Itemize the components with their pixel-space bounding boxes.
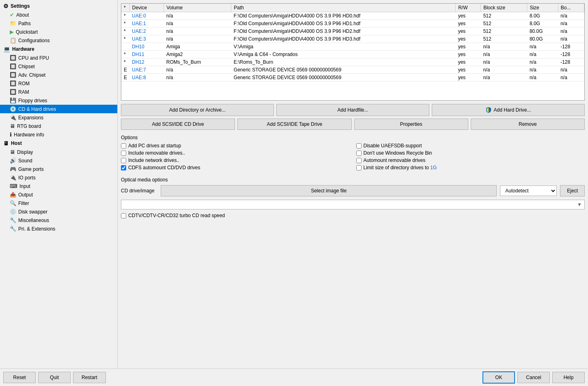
table-row[interactable]: DH10 Amiga V:\Amiga yes n/a n/a -128 (121, 43, 584, 51)
disable-uaefsdb-label[interactable]: Disable UAEFSDB-support (364, 143, 422, 149)
cd-drive-row: CD drive/image Select image file Autodet… (121, 185, 585, 196)
cell-block: 512 (481, 12, 527, 20)
remove-button[interactable]: Remove (471, 119, 585, 130)
cell-device: UAE:2 (129, 28, 164, 35)
sidebar-item-label: ROM (18, 81, 30, 86)
checkbox-item: Don't use Windows Recycle Bin (356, 150, 585, 156)
sidebar-item-rom[interactable]: 🔲 ROM (0, 79, 117, 88)
sidebar-item-game-ports[interactable]: 🎮 Game ports (0, 165, 117, 173)
quit-button[interactable]: Quit (38, 372, 71, 383)
table-row[interactable]: * UAE:0 n/a F:\Old Computers\Amiga\HDD\A… (121, 12, 584, 20)
button-row-1: Add Directory or Archive... Add Hardfile… (121, 104, 585, 116)
limit-size-label[interactable]: Limit size of directory drives to 1G (364, 165, 437, 170)
cell-block: n/a (481, 58, 527, 66)
io-ports-icon: 🔌 (10, 175, 16, 181)
sidebar-item-label: Hardware info (14, 132, 44, 138)
sidebar-item-misc[interactable]: 🔧 Miscellaneous (0, 216, 117, 224)
automount-removable-checkbox[interactable] (356, 158, 362, 163)
sidebar-item-sound[interactable]: 🔊 Sound (0, 156, 117, 165)
sidebar-item-pri-ext[interactable]: 🔧 Pri. & Extensions (0, 224, 117, 233)
path-dropdown[interactable]: ▼ (121, 200, 585, 209)
sidebar-item-input[interactable]: ⌨ Input (0, 182, 117, 190)
include-removable-label[interactable]: Include removable drives.. (128, 150, 185, 156)
sidebar-item-label: Pri. & Extensions (18, 226, 55, 232)
sidebar-item-rtg[interactable]: 🖥 RTG board (0, 122, 117, 130)
add-scsi-tape-button[interactable]: Add SCSI/IDE Tape Drive (237, 119, 351, 130)
sidebar-item-about[interactable]: ✔ About (0, 11, 117, 19)
disable-uaefsdb-checkbox[interactable] (356, 143, 362, 149)
properties-button[interactable]: Properties (354, 119, 468, 130)
include-network-label[interactable]: Include network drives.. (128, 157, 179, 163)
sidebar-item-paths[interactable]: 📁 Paths (0, 19, 117, 28)
cell-size: n/a (527, 66, 558, 74)
add-pc-drives-label[interactable]: Add PC drives at startup (128, 143, 181, 149)
cell-bo: n/a (558, 35, 584, 43)
eject-button[interactable]: Eject (560, 185, 585, 196)
ok-button[interactable]: OK (482, 371, 515, 384)
no-recycle-checkbox[interactable] (356, 151, 362, 156)
sidebar-item-disk-swapper[interactable]: 💿 Disk swapper (0, 207, 117, 216)
add-pc-drives-checkbox[interactable] (121, 143, 126, 149)
table-row[interactable]: * DH12 ROMs_To_Burn E:\Roms_To_Burn yes … (121, 58, 584, 66)
restart-button[interactable]: Restart (73, 372, 106, 383)
checkbox-item: Automount removable drives (356, 157, 585, 163)
add-hard-drive-button[interactable]: Add Hard Drive... (432, 104, 585, 116)
table-row[interactable]: E UAE:7 n/a Generic STORAGE DEVICE 0569 … (121, 66, 584, 74)
add-scsi-cd-button[interactable]: Add SCSI/IDE CD Drive (121, 119, 235, 130)
cdfs-automount-label[interactable]: CDFS automount CD/DVD drives (128, 165, 200, 170)
cdfs-automount-checkbox[interactable] (121, 165, 126, 170)
cell-size: 8.0G (527, 20, 558, 28)
sidebar-group-hardware[interactable]: 💻 Hardware (0, 45, 117, 54)
cdtv-label[interactable]: CDTV/CDTV-CR/CD32 turbo CD read speed (128, 213, 225, 218)
cell-path: F:\Old Computers\Amiga\HDD\A4000 OS 3.9 … (231, 35, 456, 43)
options-title: Options (121, 135, 585, 140)
sidebar-item-display[interactable]: 🖥 Display (0, 148, 117, 156)
table-row[interactable]: * UAE:2 n/a F:\Old Computers\Amiga\HDD\A… (121, 28, 584, 35)
cell-size: 8.0G (527, 12, 558, 20)
help-button[interactable]: Help (552, 372, 585, 383)
sidebar-item-output[interactable]: 📤 Output (0, 190, 117, 199)
cell-bo: n/a (558, 74, 584, 82)
no-recycle-label[interactable]: Don't use Windows Recycle Bin (364, 150, 432, 156)
sidebar-item-chipset[interactable]: 🔲 Chipset (0, 62, 117, 71)
sidebar-item-label: RTG board (17, 123, 41, 129)
sidebar-item-cd-hdd[interactable]: 💿 CD & Hard drives (0, 105, 117, 113)
pri-ext-icon: 🔧 (10, 226, 16, 232)
table-row[interactable]: E UAE:8 n/a Generic STORAGE DEVICE 0569 … (121, 74, 584, 82)
automount-removable-label[interactable]: Automount removable drives (364, 157, 426, 163)
sidebar-item-adv-chipset[interactable]: 🔲 Adv. Chipset (0, 71, 117, 79)
sidebar-group-host[interactable]: 🖥 Host (0, 139, 117, 148)
include-network-checkbox[interactable] (121, 158, 126, 163)
cell-path: V:\Amiga (231, 43, 456, 51)
sidebar-item-configurations[interactable]: 📋 Configurations (0, 36, 117, 45)
sidebar-item-expansions[interactable]: 🔌 Expansions (0, 113, 117, 122)
cell-rw: yes (456, 66, 481, 74)
sidebar-item-floppy[interactable]: 💾 Floppy drives (0, 96, 117, 105)
table-row[interactable]: * DH11 Amiga2 V:\Amiga & C64 - Comprados… (121, 51, 584, 58)
cd-hdd-icon: 💿 (10, 106, 16, 112)
sidebar-item-filter[interactable]: 🔍 Filter (0, 199, 117, 207)
table-row[interactable]: * UAE:1 n/a F:\Old Computers\Amiga\HDD\A… (121, 20, 584, 28)
cdtv-checkbox[interactable] (121, 213, 126, 218)
include-removable-checkbox[interactable] (121, 151, 126, 156)
table-row[interactable]: * UAE:3 n/a F:\Old Computers\Amiga\HDD\A… (121, 35, 584, 43)
cell-volume: n/a (164, 28, 231, 35)
sidebar-item-label: About (16, 12, 29, 18)
add-directory-button[interactable]: Add Directory or Archive... (121, 104, 274, 116)
sidebar-item-cpu-fpu[interactable]: 🔲 CPU and FPU (0, 54, 117, 62)
cell-device: UAE:8 (129, 74, 164, 82)
size-link[interactable]: 1G (430, 165, 437, 170)
sidebar-item-io-ports[interactable]: 🔌 IO ports (0, 173, 117, 182)
sidebar-group-settings[interactable]: ⚙ Settings (0, 2, 117, 11)
sidebar-item-hw-info[interactable]: ℹ Hardware info (0, 130, 117, 139)
drive-table-container: * Device Volume Path R/W Block size Size… (121, 3, 585, 101)
cancel-button[interactable]: Cancel (517, 372, 550, 383)
sidebar-item-ram[interactable]: 🔲 RAM (0, 88, 117, 96)
sidebar-item-quickstart[interactable]: ▶ Quickstart (0, 28, 117, 36)
add-hardfile-button[interactable]: Add Hardfile... (276, 104, 429, 116)
limit-size-checkbox[interactable] (356, 165, 362, 170)
autodetect-select[interactable]: Autodetect (500, 185, 557, 196)
reset-button[interactable]: Reset (3, 372, 36, 383)
disk-swapper-icon: 💿 (10, 209, 16, 215)
select-image-button[interactable]: Select image file (161, 185, 497, 196)
